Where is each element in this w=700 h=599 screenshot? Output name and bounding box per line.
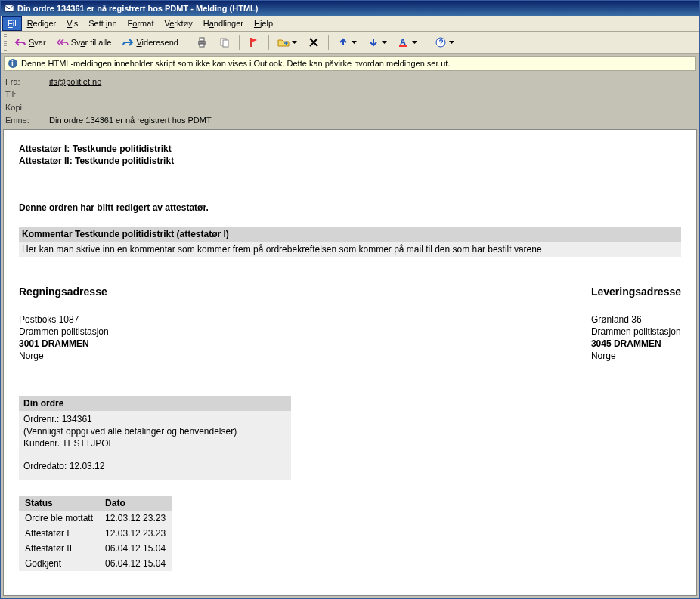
order-customer: Kundenr. TESTTJPOL [23, 438, 287, 449]
cc-label: Kopi: [5, 103, 49, 112]
move-button[interactable] [273, 34, 302, 51]
status-cell: Attestatør II [19, 541, 99, 556]
billing-title: Regningsadresse [19, 286, 109, 298]
menu-rediger[interactable]: Rediger [22, 16, 62, 31]
window-title: Din ordre 134361 er nå registrert hos PD… [17, 4, 258, 13]
help-icon: ? [435, 36, 447, 48]
outlook-message-window: Din ordre 134361 er nå registrert hos PD… [0, 0, 700, 599]
order-box: Din ordre Ordrenr.: 134361 (Vennligst op… [19, 396, 291, 480]
forward-button[interactable]: Videresend [117, 34, 182, 51]
toolbar-sep-5 [426, 35, 426, 50]
shipping-line: Grønland 36 [591, 314, 681, 325]
delete-button[interactable] [303, 34, 324, 51]
shipping-address: Leveringsadresse Grønland 36 Drammen pol… [591, 286, 681, 363]
attestor-2: Attestatør II: Testkunde politidistrikt [19, 156, 681, 166]
toolbar: SSvarvar Svar til alle Videresend [1, 32, 699, 54]
billing-line: Drammen politistasjon [19, 326, 109, 337]
col-status: Status [19, 496, 99, 511]
reply-label: SSvarvar [29, 38, 46, 47]
next-button[interactable] [363, 34, 392, 51]
toolbar-sep-2 [239, 35, 240, 50]
shipping-line: Drammen politistasjon [591, 326, 681, 337]
svg-text:?: ? [438, 39, 443, 47]
flag-icon [248, 36, 260, 48]
menu-handlinger[interactable]: Handlinger [198, 16, 249, 31]
svg-rect-5 [223, 40, 228, 47]
comment-header: Kommentar Testkunde politidistrikt (atte… [19, 227, 681, 242]
delete-icon [308, 36, 320, 48]
menu-vis[interactable]: Vis [61, 16, 83, 31]
addresses: Regningsadresse Postboks 1087 Drammen po… [19, 286, 681, 363]
flag-button[interactable] [243, 34, 265, 51]
svg-rect-2 [200, 38, 204, 41]
billing-line: 3001 DRAMMEN [19, 338, 109, 349]
menu-fil[interactable]: Fil [2, 16, 22, 31]
svg-text:i: i [11, 60, 14, 68]
table-row: Attestatør I12.03.12 23.23 [19, 526, 172, 541]
order-note: (Vennligst oppgi ved alle betalinger og … [23, 426, 287, 437]
titlebar: Din ordre 134361 er nå registrert hos PD… [1, 1, 699, 16]
from-value[interactable]: ifs@politiet.no [49, 77, 101, 86]
reply-button[interactable]: SSvarvar [10, 34, 51, 51]
infobar-text: Denne HTML-meldingen inneholder skript s… [21, 59, 450, 68]
forward-icon [122, 36, 134, 48]
order-title: Din ordre [19, 396, 291, 411]
menubar: Fil Rediger Vis Sett inn Format Verktøy … [1, 16, 699, 32]
toolbar-sep-1 [187, 35, 187, 50]
chevron-down-icon [382, 36, 387, 48]
menu-verktoy[interactable]: Verktøy [159, 16, 197, 31]
print-button[interactable] [191, 34, 212, 51]
font-color-button[interactable]: A [393, 34, 422, 51]
print-icon [196, 36, 208, 48]
font-a-icon: A [398, 36, 410, 48]
subject-label: Emne: [5, 116, 49, 125]
mail-icon [4, 3, 14, 14]
copy-icon [218, 36, 231, 48]
billing-line: Postboks 1087 [19, 314, 109, 325]
billing-address: Regningsadresse Postboks 1087 Drammen po… [19, 286, 109, 363]
table-row: Ordre ble mottatt12.03.12 23.23 [19, 511, 172, 526]
shipping-title: Leveringsadresse [591, 286, 681, 298]
info-icon: i [8, 58, 18, 69]
attestor-1: Attestatør I: Testkunde politidistrikt [19, 144, 681, 154]
prev-button[interactable] [333, 34, 361, 51]
table-row: Attestatør II06.04.12 15.04 [19, 541, 172, 556]
svg-rect-7 [399, 45, 407, 47]
menu-format[interactable]: Format [122, 16, 160, 31]
help-button[interactable]: ? [430, 34, 459, 51]
folder-move-icon [277, 36, 290, 48]
reply-all-button[interactable]: Svar til alle [52, 34, 116, 51]
toolbar-grip[interactable] [4, 34, 7, 51]
col-date: Dato [99, 496, 172, 511]
to-label: Til: [5, 90, 49, 99]
date-cell: 06.04.12 15.04 [99, 541, 172, 556]
comment-body: Her kan man skrive inn en kommentar som … [19, 242, 681, 257]
shipping-line: Norge [591, 350, 681, 361]
order-nr: Ordrenr.: 134361 [23, 414, 287, 425]
reply-icon [14, 36, 26, 48]
forward-label: Videresend [136, 38, 178, 47]
order-date: Ordredato: 12.03.12 [23, 461, 287, 471]
reply-all-icon [57, 36, 69, 48]
toolbar-sep-4 [328, 35, 329, 50]
edited-notice: Denne ordren har blitt redigert av attes… [19, 202, 681, 213]
chevron-down-icon [292, 36, 297, 48]
svg-text:A: A [400, 37, 406, 46]
menu-hjelp[interactable]: Hjelp [249, 16, 278, 31]
subject-value: Din ordre 134361 er nå registrert hos PD… [49, 116, 212, 125]
message-body[interactable]: Attestatør I: Testkunde politidistrikt A… [3, 129, 697, 596]
menu-settinn[interactable]: Sett inn [83, 16, 122, 31]
script-warning-bar[interactable]: i Denne HTML-meldingen inneholder skript… [4, 56, 696, 71]
status-cell: Ordre ble mottatt [19, 511, 99, 526]
table-row: Godkjent06.04.12 15.04 [19, 556, 172, 571]
arrow-down-icon [367, 36, 379, 48]
chevron-down-icon [412, 36, 417, 48]
date-cell: 12.03.12 23.23 [99, 526, 172, 541]
billing-line: Norge [19, 350, 109, 361]
chevron-down-icon [449, 36, 454, 48]
status-table: Status Dato Ordre ble mottatt12.03.12 23… [19, 496, 172, 571]
shipping-line: 3045 DRAMMEN [591, 338, 681, 349]
status-cell: Godkjent [19, 556, 99, 571]
arrow-up-icon [337, 36, 349, 48]
copy-button[interactable] [214, 34, 235, 51]
